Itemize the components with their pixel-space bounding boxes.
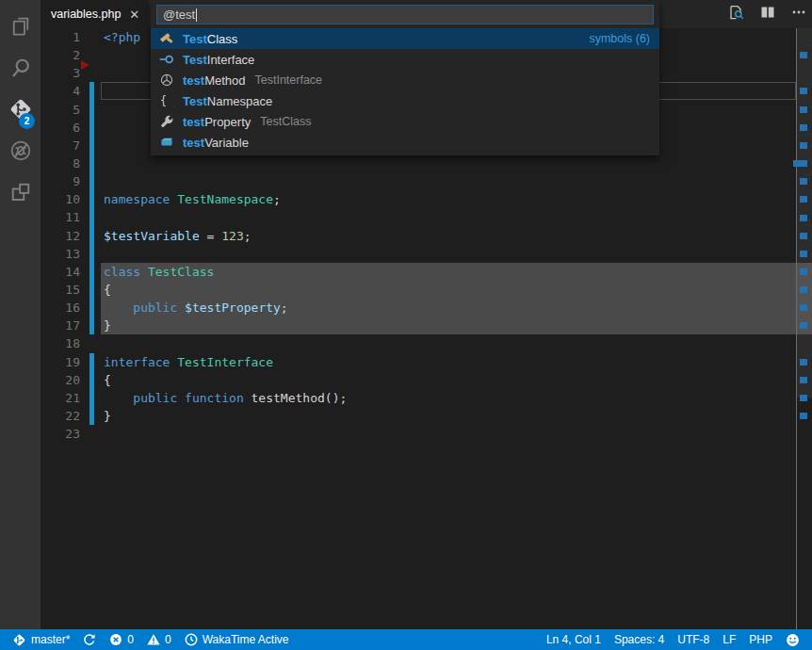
status-eol[interactable]: LF bbox=[716, 629, 742, 650]
code-line[interactable]: 16 public $testProperty; bbox=[41, 299, 812, 317]
method-icon bbox=[159, 73, 174, 88]
quick-open-input[interactable]: @test bbox=[156, 5, 654, 24]
code-line[interactable]: 13 bbox=[41, 245, 812, 263]
activity-bar: 2 bbox=[0, 0, 41, 629]
result-label: TestClass bbox=[183, 32, 237, 46]
code-line[interactable]: 11 bbox=[41, 208, 812, 226]
git-modified-gutter bbox=[89, 353, 94, 371]
line-number: 23 bbox=[41, 425, 80, 443]
code-line[interactable]: 14class TestClass bbox=[41, 263, 812, 281]
status-indentation[interactable]: Spaces: 4 bbox=[608, 629, 671, 650]
line-number: 6 bbox=[41, 119, 80, 137]
results-count-badge: symbols (6) bbox=[589, 32, 650, 45]
code-line[interactable]: 21 public function testMethod(); bbox=[41, 389, 812, 407]
overview-ruler-mark bbox=[800, 251, 807, 257]
warning-icon bbox=[147, 633, 160, 646]
code-text: public function testMethod(); bbox=[104, 389, 347, 407]
git-modified-gutter bbox=[89, 119, 94, 137]
code-line[interactable]: 17} bbox=[41, 317, 812, 334]
status-feedback[interactable] bbox=[779, 629, 806, 650]
code-line[interactable]: 15{ bbox=[41, 281, 812, 299]
interface-icon bbox=[159, 52, 174, 67]
quick-open-result[interactable]: testVariable bbox=[151, 132, 659, 153]
more-actions-button[interactable] bbox=[791, 5, 806, 24]
status-wakatime[interactable]: WakaTime Active bbox=[178, 629, 296, 650]
code-line[interactable]: 18 bbox=[41, 334, 812, 352]
status-warnings[interactable]: 0 bbox=[140, 629, 178, 650]
status-cursor-position[interactable]: Ln 4, Col 1 bbox=[540, 629, 608, 650]
close-icon[interactable]: ✕ bbox=[129, 8, 139, 21]
status-language-mode[interactable]: PHP bbox=[742, 629, 779, 650]
line-number: 5 bbox=[41, 101, 80, 119]
quick-open-widget: @test TestClasssymbols (6)TestInterfacet… bbox=[151, 0, 659, 155]
code-line[interactable]: 22} bbox=[41, 407, 812, 425]
split-editor-button[interactable] bbox=[760, 5, 775, 24]
line-number: 20 bbox=[41, 371, 80, 389]
code-line[interactable]: 23 bbox=[41, 425, 812, 443]
files-icon bbox=[8, 14, 33, 39]
activity-bar-item-search[interactable] bbox=[0, 47, 41, 89]
property-icon bbox=[159, 114, 174, 129]
line-number: 3 bbox=[41, 64, 80, 82]
activity-bar-item-debug[interactable] bbox=[0, 130, 41, 171]
extensions-icon bbox=[8, 180, 33, 204]
code-text: { bbox=[104, 281, 111, 299]
status-git-branch[interactable]: master* bbox=[6, 629, 76, 650]
more-actions-icon bbox=[791, 5, 806, 24]
overview-ruler-mark bbox=[800, 322, 807, 329]
quick-open-result[interactable]: { }TestNamespace bbox=[151, 90, 659, 111]
namespace-icon: { } bbox=[159, 93, 174, 108]
editor-actions bbox=[728, 0, 806, 28]
quick-open-result[interactable]: TestInterface bbox=[151, 49, 659, 70]
code-text: public $testProperty; bbox=[104, 299, 288, 317]
status-errors-label: 0 bbox=[127, 633, 134, 646]
line-number: 22 bbox=[41, 407, 80, 425]
line-number: 1 bbox=[41, 28, 80, 46]
code-text: $testVariable = 123; bbox=[104, 227, 252, 245]
git-modified-gutter bbox=[89, 245, 94, 263]
overview-ruler-mark bbox=[800, 215, 807, 221]
line-number: 9 bbox=[41, 172, 80, 190]
code-text: } bbox=[104, 407, 111, 425]
git-branch-icon bbox=[12, 633, 26, 647]
quick-open-result[interactable]: testPropertyTestClass bbox=[151, 111, 659, 132]
scrollbar-slider[interactable] bbox=[797, 28, 812, 398]
line-number: 16 bbox=[41, 299, 80, 317]
git-modified-gutter bbox=[89, 208, 94, 226]
open-preview-button[interactable] bbox=[728, 5, 744, 24]
activity-bar-item-explorer[interactable] bbox=[0, 6, 41, 47]
git-deleted-gutter bbox=[81, 60, 89, 70]
code-line[interactable]: 20{ bbox=[41, 371, 812, 389]
status-errors[interactable]: 0 bbox=[103, 629, 140, 650]
result-label: testVariable bbox=[183, 136, 249, 150]
line-number: 4 bbox=[41, 82, 80, 100]
code-line[interactable]: 9 bbox=[41, 172, 812, 190]
status-encoding[interactable]: UTF-8 bbox=[671, 629, 716, 650]
status-warnings-label: 0 bbox=[165, 633, 171, 646]
activity-bar-item-source-control[interactable]: 2 bbox=[0, 89, 41, 130]
status-eol-label: LF bbox=[723, 633, 736, 646]
overview-ruler-mark bbox=[800, 142, 807, 149]
status-sync[interactable] bbox=[76, 629, 103, 650]
variable-icon bbox=[159, 135, 174, 150]
quick-open-result[interactable]: testMethodTestInterface bbox=[151, 70, 659, 90]
tab-variables-php[interactable]: variables.php ✕ bbox=[41, 0, 148, 28]
line-number: 8 bbox=[41, 154, 80, 172]
code-line[interactable]: 12$testVariable = 123; bbox=[41, 227, 812, 245]
status-bar: master*00WakaTime Active Ln 4, Col 1Spac… bbox=[0, 629, 812, 650]
status-wakatime-label: WakaTime Active bbox=[203, 633, 289, 646]
code-line[interactable]: 10namespace TestNamespace; bbox=[41, 190, 812, 208]
overview-ruler-mark bbox=[800, 286, 807, 293]
git-modified-gutter bbox=[89, 389, 94, 407]
debug-icon bbox=[8, 138, 33, 163]
activity-bar-item-extensions[interactable] bbox=[0, 171, 41, 213]
search-icon bbox=[8, 56, 33, 80]
code-line[interactable]: 8 bbox=[41, 154, 812, 172]
overview-ruler-mark bbox=[800, 395, 807, 401]
overview-ruler-mark bbox=[793, 160, 807, 167]
quick-open-result[interactable]: TestClasssymbols (6) bbox=[151, 28, 659, 49]
overview-ruler-mark bbox=[800, 52, 807, 58]
code-line[interactable]: 19interface TestInterface bbox=[41, 353, 812, 371]
line-number: 10 bbox=[41, 190, 80, 208]
line-number: 18 bbox=[41, 334, 80, 352]
